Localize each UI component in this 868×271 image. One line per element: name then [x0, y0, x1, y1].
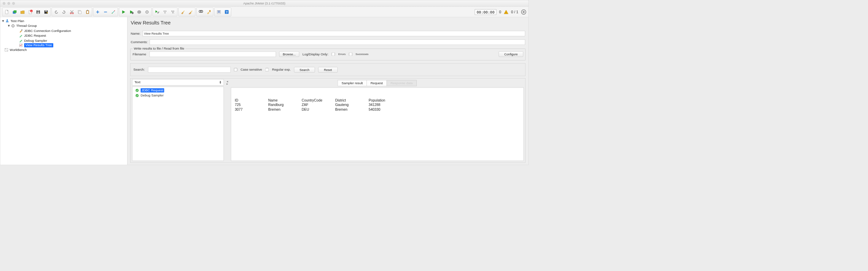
tree-node-debug-sampler[interactable]: Debug Sampler — [1, 38, 126, 43]
svg-point-19 — [114, 10, 115, 11]
expand-arrow-icon[interactable]: ▼ — [1, 19, 4, 23]
reset-search-icon[interactable] — [205, 8, 212, 16]
templates-icon[interactable] — [11, 8, 18, 16]
tree-pane[interactable]: ▼ Test Plan ▼ Thread Group JDBC Connecti… — [0, 17, 127, 165]
redo-icon[interactable] — [60, 8, 67, 16]
remote-shutdown-icon[interactable] — [169, 8, 176, 16]
svg-point-40 — [13, 25, 14, 26]
svg-point-25 — [165, 11, 166, 12]
response-cell: 341288 — [369, 103, 401, 107]
clear-all-icon[interactable] — [187, 8, 194, 16]
svg-rect-7 — [37, 11, 39, 12]
response-cell: Bremen — [335, 108, 368, 112]
svg-text:!: ! — [506, 11, 507, 14]
toggle-icon[interactable] — [110, 8, 117, 16]
tree-label: WorkBench — [10, 48, 27, 52]
search-label: Search: — [133, 68, 145, 72]
response-cell: Bremen — [268, 108, 301, 112]
results-area: Text ▲▼ JDBC Request Debug Sampler — [130, 78, 526, 163]
response-cell: 540330 — [369, 108, 401, 112]
expand-icon[interactable] — [94, 8, 101, 16]
close-file-icon[interactable]: × — [27, 8, 34, 16]
function-helper-icon[interactable] — [215, 8, 222, 16]
paste-icon[interactable] — [84, 8, 91, 16]
save-as-icon[interactable] — [42, 8, 50, 16]
tree-label: Debug Sampler — [24, 39, 47, 42]
regex-checkbox[interactable] — [265, 68, 269, 71]
expand-arrow-icon[interactable]: ▼ — [7, 24, 9, 28]
wrench-icon — [19, 29, 23, 33]
response-header-cell: ID — [235, 98, 268, 103]
search-tree-icon[interactable] — [197, 8, 204, 16]
file-fieldset: Write results to file / Read from file F… — [130, 49, 526, 60]
response-cell: Randburg — [268, 103, 301, 107]
tree-node-testplan[interactable]: ▼ Test Plan — [1, 18, 126, 23]
threads-status-icon — [521, 9, 527, 15]
tree-node-view-results[interactable]: View Results Tree — [1, 43, 126, 47]
copy-icon[interactable] — [76, 8, 83, 16]
filename-input[interactable] — [150, 51, 276, 57]
reset-button[interactable]: Reset — [318, 67, 338, 72]
configure-button[interactable]: Configure — [499, 51, 523, 57]
shutdown-icon[interactable] — [143, 8, 151, 16]
remote-stop-icon[interactable] — [161, 8, 169, 16]
svg-rect-16 — [87, 11, 88, 13]
svg-rect-32 — [209, 10, 211, 12]
help-icon[interactable]: ? — [223, 8, 230, 16]
errors-checkbox[interactable] — [332, 52, 335, 56]
success-icon — [135, 94, 139, 97]
tree-label: Thread Group — [16, 24, 37, 28]
tab-sampler-result[interactable]: Sampler result — [338, 80, 367, 86]
run-notimers-icon[interactable] — [128, 8, 135, 16]
tree-node-jdbc-config[interactable]: JDBC Connection Configuration — [1, 28, 126, 33]
comments-label: Comments: — [131, 40, 147, 44]
tabs-bar: Sampler result Request Response data — [231, 79, 524, 86]
pipette-icon — [19, 39, 23, 43]
case-sensitive-checkbox[interactable] — [234, 68, 237, 71]
comments-input[interactable] — [150, 39, 525, 45]
successes-label: Successes — [355, 53, 368, 56]
tab-request[interactable]: Request — [367, 80, 387, 86]
sampler-list[interactable]: JDBC Request Debug Sampler — [132, 87, 224, 161]
tree-node-workbench[interactable]: WorkBench — [1, 47, 126, 52]
run-icon[interactable] — [120, 8, 127, 16]
search-button[interactable]: Search — [294, 67, 315, 72]
filename-label: Filename — [133, 52, 146, 56]
svg-rect-17 — [87, 10, 88, 11]
response-header-cell: Population — [369, 98, 401, 103]
collapse-icon[interactable] — [102, 8, 109, 16]
svg-text:?: ? — [226, 10, 228, 14]
elapsed-timer: 00:00:00 — [475, 9, 496, 15]
sampler-item-jdbc[interactable]: JDBC Request — [132, 88, 223, 93]
toolbar: × — [0, 7, 529, 17]
clear-icon[interactable] — [179, 8, 186, 16]
remote-start-icon[interactable] — [154, 8, 161, 16]
svg-text:×: × — [31, 10, 32, 12]
stop-icon[interactable] — [136, 8, 143, 16]
response-data-box[interactable]: IDNameCountryCodeDistrictPopulation725Ra… — [231, 88, 524, 161]
window-title: Apache JMeter (3.1 r1770033) — [0, 2, 529, 5]
undo-icon[interactable] — [53, 8, 60, 16]
tab-response-data[interactable]: Response data — [387, 80, 417, 86]
gear-icon — [11, 24, 15, 28]
cut-icon[interactable] — [68, 8, 76, 16]
tree-node-jdbc-request[interactable]: JDBC Request — [1, 33, 126, 38]
response-header-cell: CountryCode — [302, 98, 335, 103]
new-file-icon[interactable] — [3, 8, 11, 16]
response-cell: 3077 — [235, 108, 268, 112]
browse-button[interactable]: Browse... — [279, 51, 299, 57]
name-input[interactable] — [142, 31, 525, 36]
tree-label: View Results Tree — [24, 43, 53, 47]
main-pane: View Results Tree Name: Comments: Write … — [127, 17, 529, 165]
sampler-item-debug[interactable]: Debug Sampler — [132, 93, 223, 98]
view-type-dropdown[interactable]: Text ▲▼ — [132, 79, 224, 85]
save-icon[interactable] — [35, 8, 42, 16]
tree-node-threadgroup[interactable]: ▼ Thread Group — [1, 23, 126, 29]
svg-point-24 — [163, 11, 165, 12]
search-input[interactable] — [148, 67, 231, 73]
successes-checkbox[interactable] — [349, 52, 352, 56]
svg-point-22 — [157, 12, 159, 14]
splitter-handle[interactable]: ◀ ▶ — [226, 79, 229, 161]
open-file-icon[interactable] — [19, 8, 26, 16]
flask-icon — [5, 19, 9, 23]
